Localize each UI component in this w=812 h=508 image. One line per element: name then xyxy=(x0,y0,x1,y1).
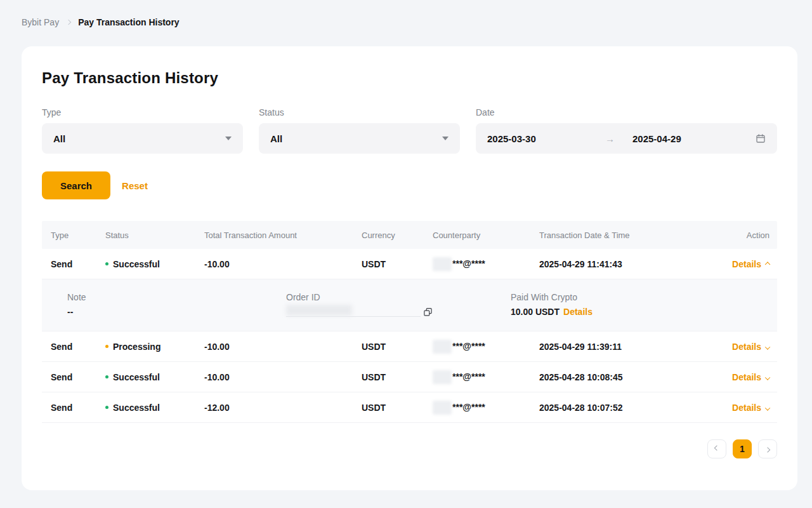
table-header-row: Type Status Total Transaction Amount Cur… xyxy=(42,221,777,249)
status-dot-icon xyxy=(105,375,108,378)
pagination-page-1-button[interactable]: 1 xyxy=(733,439,752,458)
paid-with-crypto-section: Paid With Crypto 10.00 USDT Details xyxy=(511,292,769,317)
chevron-down-icon xyxy=(765,375,770,380)
cell-action: Details xyxy=(711,372,769,382)
details-toggle[interactable]: Details xyxy=(732,403,769,413)
header-action: Action xyxy=(711,231,769,240)
status-filter: Status All xyxy=(259,107,460,154)
redacted-counterparty xyxy=(433,370,452,384)
reset-button[interactable]: Reset xyxy=(122,180,148,191)
filters-bar: Type All Status All Date 2025-03-30 → 20… xyxy=(42,107,777,154)
cell-type: Send xyxy=(51,403,105,413)
redacted-counterparty xyxy=(433,340,452,354)
note-section: Note -- xyxy=(67,292,286,317)
type-filter-label: Type xyxy=(42,107,243,117)
pagination-next-button[interactable] xyxy=(758,439,777,458)
table-row: Send Processing -10.00 USDT ***@**** 202… xyxy=(42,331,777,362)
cell-type: Send xyxy=(51,259,105,269)
order-id-section: Order ID xyxy=(286,292,511,317)
table-row: Send Successful -10.00 USDT ***@**** 202… xyxy=(42,249,777,279)
filter-actions: Search Reset xyxy=(42,171,777,199)
status-text: Successful xyxy=(113,372,160,382)
arrow-right-icon: → xyxy=(605,133,615,144)
chevron-down-icon xyxy=(442,137,449,140)
copy-icon[interactable] xyxy=(423,307,433,317)
header-datetime: Transaction Date & Time xyxy=(539,231,711,240)
date-range-input[interactable]: 2025-03-30 → 2025-04-29 xyxy=(476,123,777,154)
note-value: -- xyxy=(67,307,286,317)
type-select-value: All xyxy=(53,133,65,144)
pagination-prev-button[interactable] xyxy=(707,439,726,458)
note-label: Note xyxy=(67,292,286,302)
details-toggle[interactable]: Details xyxy=(732,342,769,352)
chevron-down-icon xyxy=(225,137,232,140)
cell-amount: -10.00 xyxy=(204,259,362,269)
cell-type: Send xyxy=(51,342,105,352)
cell-currency: USDT xyxy=(362,372,433,382)
details-toggle[interactable]: Details xyxy=(732,372,769,382)
cell-currency: USDT xyxy=(362,259,433,269)
chevron-down-icon xyxy=(765,405,770,410)
date-filter-label: Date xyxy=(476,107,777,117)
chevron-up-icon xyxy=(765,262,770,267)
status-select[interactable]: All xyxy=(259,123,460,154)
status-select-value: All xyxy=(270,133,282,144)
cell-currency: USDT xyxy=(362,342,433,352)
table-row: Send Successful -10.00 USDT ***@**** 202… xyxy=(42,362,777,392)
breadcrumb: Bybit Pay Pay Transaction History xyxy=(0,0,812,27)
cell-status: Processing xyxy=(105,342,204,352)
row-expanded-detail: Note -- Order ID Paid With Crypto xyxy=(42,279,777,331)
calendar-icon[interactable] xyxy=(756,133,766,144)
status-dot-icon xyxy=(105,345,108,348)
paid-with-crypto-value: 10.00 USDT xyxy=(511,307,560,317)
order-id-label: Order ID xyxy=(286,292,511,302)
breadcrumb-bybit-pay[interactable]: Bybit Pay xyxy=(22,17,59,27)
cell-status: Successful xyxy=(105,372,204,382)
paid-details-link[interactable]: Details xyxy=(563,307,593,317)
search-button[interactable]: Search xyxy=(42,171,110,199)
breadcrumb-current-page: Pay Transaction History xyxy=(78,17,180,27)
cell-counterparty: ***@**** xyxy=(433,401,539,415)
cell-amount: -12.00 xyxy=(204,403,362,413)
type-select[interactable]: All xyxy=(42,123,243,154)
redacted-counterparty xyxy=(433,401,452,415)
date-start-value: 2025-03-30 xyxy=(487,133,605,144)
status-text: Successful xyxy=(113,259,160,269)
cell-action: Details xyxy=(711,259,769,269)
cell-datetime: 2025-04-28 10:08:45 xyxy=(539,372,711,382)
cell-amount: -10.00 xyxy=(204,342,362,352)
cell-counterparty: ***@**** xyxy=(433,340,539,354)
redacted-counterparty xyxy=(433,257,452,271)
cell-datetime: 2025-04-29 11:39:11 xyxy=(539,342,711,352)
chevron-right-icon xyxy=(765,447,770,452)
date-end-value: 2025-04-29 xyxy=(632,133,681,144)
cell-amount: -10.00 xyxy=(204,372,362,382)
date-filter: Date 2025-03-30 → 2025-04-29 xyxy=(476,107,777,154)
header-status: Status xyxy=(105,231,204,240)
page-title: Pay Transaction History xyxy=(42,69,777,87)
pay-transaction-history-card: Pay Transaction History Type All Status … xyxy=(22,46,797,490)
paid-with-crypto-label: Paid With Crypto xyxy=(511,292,769,302)
status-text: Processing xyxy=(113,342,160,352)
cell-datetime: 2025-04-29 11:41:43 xyxy=(539,259,711,269)
cell-action: Details xyxy=(711,403,769,413)
status-dot-icon xyxy=(105,406,108,409)
cell-status: Successful xyxy=(105,259,204,269)
chevron-right-icon xyxy=(66,20,71,25)
transactions-table: Type Status Total Transaction Amount Cur… xyxy=(42,221,777,423)
header-currency: Currency xyxy=(362,231,433,240)
chevron-down-icon xyxy=(765,344,770,349)
cell-currency: USDT xyxy=(362,403,433,413)
table-row: Send Successful -12.00 USDT ***@**** 202… xyxy=(42,392,777,423)
details-toggle[interactable]: Details xyxy=(732,259,769,269)
pagination: 1 xyxy=(42,439,777,458)
cell-status: Successful xyxy=(105,403,204,413)
cell-counterparty: ***@**** xyxy=(433,370,539,384)
status-filter-label: Status xyxy=(259,107,460,117)
cell-datetime: 2025-04-28 10:07:52 xyxy=(539,403,711,413)
cell-counterparty: ***@**** xyxy=(433,257,539,271)
redacted-order-id xyxy=(286,305,352,316)
header-type: Type xyxy=(51,231,105,240)
cell-type: Send xyxy=(51,372,105,382)
status-text: Successful xyxy=(113,403,160,413)
